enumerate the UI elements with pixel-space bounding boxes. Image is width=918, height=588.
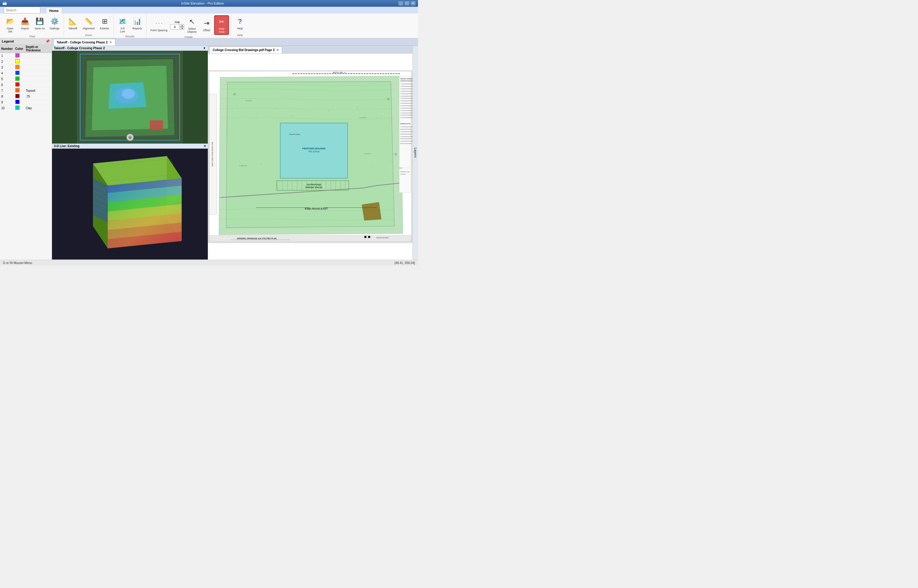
ribbon-tabs: Home <box>0 7 418 13</box>
legend-row-label <box>24 53 52 59</box>
legend-row: 5 <box>0 76 52 82</box>
legend-row-label <box>24 70 52 76</box>
svg-text:7. XXXXXXXXXXXXXXXXXX: 7. XXXXXXXXXXXXXXXXXX <box>400 98 412 99</box>
content-area: Takeoff - College Crossing Phase 2 ▼ Tak… <box>52 38 418 260</box>
ribbon-group-help: ? Help Help <box>231 14 249 37</box>
save-as-button[interactable]: 💾 Save As <box>32 15 47 31</box>
3d-live-icon: 🗺️ <box>118 16 128 26</box>
legend-row-number: 2 <box>0 59 14 65</box>
extents-button[interactable]: ⊞ Extents <box>98 15 112 31</box>
legend-row-label: Topsoil <box>24 88 52 94</box>
svg-text:XXXXXXXXXXXXXXXXXX: XXXXXXXXXXXXXXXXXX <box>400 129 412 130</box>
navigation-icon[interactable]: ⊕ <box>126 134 134 141</box>
maximize-button[interactable]: □ <box>404 1 409 5</box>
svg-text:6. XXXXXXXXXXXXXXXXXX: 6. XXXXXXXXXXXXXXXXXX <box>400 96 412 97</box>
legend-row-label: Clay <box>24 105 52 111</box>
threed-subpanel-title: 3-D Live: Existing <box>54 144 79 148</box>
svg-text:XXXXXXXXXXXXXXXXXX: XXXXXXXXXXXXXXXXXX <box>400 138 412 139</box>
svg-text:CONSTRUCTION NOTES: CONSTRUCTION NOTES <box>400 80 412 82</box>
legend-row-color <box>14 76 24 82</box>
svg-text:SCALE IN FEET: SCALE IN FEET <box>377 237 389 239</box>
pdf-tab[interactable]: College Crossing Bid Drawings.pdf Page 3… <box>209 47 282 53</box>
minimize-button[interactable]: _ <box>398 1 403 5</box>
legend-row-number: 4 <box>0 70 14 76</box>
settings-button[interactable]: ⚙️ Settings <box>47 15 62 31</box>
legend-row-label <box>24 76 52 82</box>
threed-view[interactable] <box>52 149 208 259</box>
search-input[interactable] <box>4 7 40 13</box>
zoom-label: Zoom <box>85 33 92 37</box>
legend-row: 8 .75 <box>0 94 52 99</box>
svg-text:PROPOSED BUILDING: PROPOSED BUILDING <box>302 147 326 150</box>
takeoff-dropdown-icon[interactable]: ▼ <box>203 47 206 50</box>
point-spacing-button[interactable]: · · · Point Spacing <box>149 17 170 33</box>
svg-rect-103 <box>368 236 370 238</box>
threed-close-icon[interactable]: ✕ <box>204 144 206 148</box>
select-objects-icon: ↖ <box>187 17 197 27</box>
svg-rect-67 <box>399 76 411 168</box>
extents-icon: ⊞ <box>100 16 110 26</box>
legend-row-number: 5 <box>0 76 14 82</box>
main-tab-dropdown[interactable]: ▼ <box>110 41 112 44</box>
svg-point-62 <box>391 161 391 162</box>
svg-text:GENERAL NOTES: GENERAL NOTES <box>400 123 411 124</box>
right-panel: College Crossing Bid Drawings.pdf Page 3… <box>208 46 412 260</box>
svg-point-61 <box>372 166 372 167</box>
takeoff-icon: 📐 <box>68 16 78 26</box>
status-message: D or Rt Mouse=Menu <box>3 261 32 265</box>
layers-panel[interactable]: Layers <box>412 46 418 260</box>
point-spacing-icon: · · · <box>154 18 164 28</box>
tab-home[interactable]: Home <box>46 7 62 13</box>
3d-live-button[interactable]: 🗺️ 3-DLive <box>116 15 130 34</box>
svg-text:GRADING, DRAINAGE & UTI: GRADING, DRAINAGE & UTI <box>400 78 412 79</box>
ribbon-group-zoom: 📐 Takeoff 📏 Alignment ⊞ Extents Zoom <box>64 14 114 37</box>
svg-text:DOWNSPOUT/CLEA: DOWNSPOUT/CLEA <box>400 171 410 173</box>
legend-row-number: 9 <box>0 99 14 105</box>
pdf-view[interactable]: MATCH LINE - A NEW YORK STATE ROUTE 008 … <box>208 53 412 260</box>
main-tab[interactable]: Takeoff - College Crossing Phase 2 ▼ <box>53 39 115 45</box>
svg-text:1. XXXXXXXXXXXXXXXXXX: 1. XXXXXXXXXXXXXXXXXX <box>400 84 412 85</box>
takeoff-subpanel: Takeoff - College Crossing Phase 2 ▼ <box>52 46 208 144</box>
open-job-button[interactable]: 📂 OpenJob <box>3 15 17 34</box>
help-icon: ? <box>235 16 245 26</box>
legend-row-label <box>24 99 52 105</box>
select-objects-button[interactable]: ↖ SelectObjects <box>185 16 199 35</box>
pdf-svg: MATCH LINE - A NEW YORK STATE ROUTE 008 … <box>208 53 412 260</box>
legend-panel: Legend 📌 Number Color Depth or Thickness… <box>0 38 52 260</box>
reports-button[interactable]: 📊 Reports <box>130 15 144 31</box>
legend-title: Legend <box>2 39 14 43</box>
pdf-tab-close[interactable]: ✕ <box>276 48 279 52</box>
threed-subpanel-header: 3-D Live: Existing ✕ <box>52 144 208 149</box>
gap-input[interactable] <box>170 24 179 30</box>
legend-pin-icon[interactable]: 📌 <box>45 39 50 44</box>
svg-text:10. XXXXXXXXXXXXXXXXXXX: 10. XXXXXXXXXXXXXXXXXXX <box>400 105 412 107</box>
alignment-icon: 📏 <box>84 16 94 26</box>
help-button[interactable]: ? Help <box>233 15 247 31</box>
gap-down-button[interactable]: ▼ <box>180 27 184 30</box>
takeoff-map-view[interactable]: ⊕ <box>52 51 208 144</box>
col-depth: Depth or Thickness <box>24 45 52 53</box>
legend-row: 3 <box>0 65 52 70</box>
title-bar: 🏔 InSite Elevation - Pro Edition _ □ ✕ <box>0 0 418 7</box>
import-button[interactable]: 📥 Import <box>18 15 32 31</box>
svg-rect-4 <box>150 120 163 130</box>
offset-icon: ⇥ <box>202 18 212 28</box>
alignment-button[interactable]: 📏 Alignment <box>81 15 97 31</box>
strip-area-button[interactable]: ✂ StripArea <box>214 15 229 35</box>
svg-point-58 <box>376 118 377 118</box>
close-button[interactable]: ✕ <box>411 1 415 5</box>
legend-row: 1 <box>0 53 52 59</box>
left-panels: Takeoff - College Crossing Phase 2 ▼ <box>52 46 208 260</box>
offset-button[interactable]: ⇥ Offset <box>199 17 213 33</box>
svg-point-54 <box>275 108 276 109</box>
status-bar: D or Rt Mouse=Menu [48.41, 556.04] <box>0 260 418 265</box>
legend-row-color <box>14 94 24 99</box>
takeoff-button[interactable]: 📐 Takeoff <box>66 15 80 31</box>
files-items: 📂 OpenJob 📥 Import 💾 Save As ⚙️ Settings <box>3 15 62 34</box>
gap-up-button[interactable]: ▲ <box>180 24 184 27</box>
legend-row-number: 8 <box>0 94 14 99</box>
svg-text:11. XXXXXXXXXXXXXXXXXXX: 11. XXXXXXXXXXXXXXXXXXX <box>400 108 412 109</box>
panels-container: Takeoff - College Crossing Phase 2 ▼ <box>52 46 418 260</box>
ribbon-content: 📂 OpenJob 📥 Import 💾 Save As ⚙️ Settings… <box>0 13 418 38</box>
legend-row: 10 Clay <box>0 105 52 111</box>
